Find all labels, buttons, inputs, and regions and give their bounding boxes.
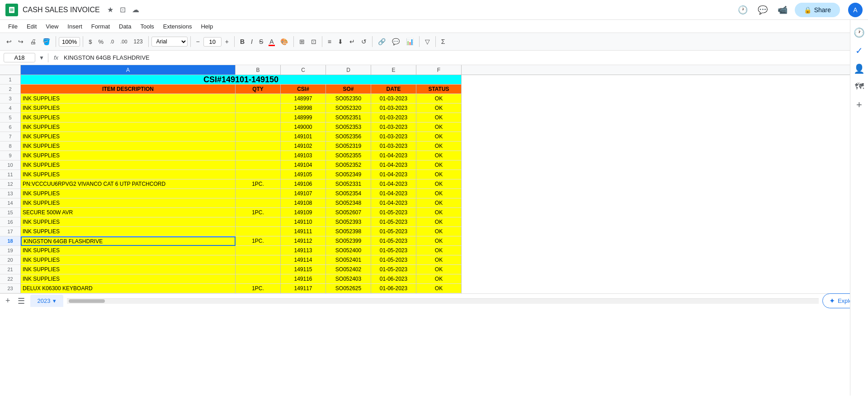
cell-desc-21[interactable]: INK SUPPLIES (21, 265, 236, 274)
cell-date-16[interactable]: 01-05-2023 (371, 217, 416, 227)
cell-qty-8[interactable] (236, 141, 281, 151)
cell-status-8[interactable]: OK (416, 141, 462, 151)
cell-desc-10[interactable]: INK SUPPLIES (21, 160, 236, 170)
sidebar-icon-add[interactable]: + (854, 97, 864, 113)
cell-date-3[interactable]: 01-03-2023 (371, 94, 416, 104)
cell-date-9[interactable]: 01-04-2023 (371, 151, 416, 160)
cell-desc-6[interactable]: INK SUPPLIES (21, 123, 236, 132)
cell-qty-14[interactable] (236, 198, 281, 208)
cell-qty-9[interactable] (236, 151, 281, 160)
cell-csi-20[interactable]: 149114 (281, 255, 326, 265)
cell-desc-15[interactable]: SECURE 500W AVR (21, 208, 236, 217)
cell-date-8[interactable]: 01-03-2023 (371, 141, 416, 151)
cell-date-23[interactable]: 01-06-2023 (371, 284, 416, 293)
cell-qty-5[interactable] (236, 113, 281, 123)
comment-button[interactable]: 💬 (755, 2, 770, 18)
comment-insert-button[interactable]: 💬 (389, 36, 402, 47)
cell-csi-22[interactable]: 149116 (281, 274, 326, 284)
cell-date-22[interactable]: 01-06-2023 (371, 274, 416, 284)
drive-icon[interactable]: ⊡ (120, 5, 126, 14)
cell-csi-16[interactable]: 149110 (281, 217, 326, 227)
cell-csi-4[interactable]: 148998 (281, 104, 326, 113)
header-desc[interactable]: ITEM DESCRIPTION (21, 85, 236, 94)
cell-qty-7[interactable] (236, 132, 281, 141)
cell-desc-20[interactable]: INK SUPPLIES (21, 255, 236, 265)
cell-desc-22[interactable]: INK SUPPLIES (21, 274, 236, 284)
cell-qty-10[interactable] (236, 160, 281, 170)
cell-desc-18[interactable]: KINGSTON 64GB FLASHDRIVE (21, 236, 236, 246)
cell-so-10[interactable]: SO052352 (326, 160, 371, 170)
hscroll-thumb[interactable] (69, 299, 105, 303)
title-cell[interactable]: CSI#149101-149150 (21, 75, 462, 85)
cell-qty-23[interactable]: 1PC. (236, 284, 281, 293)
cell-so-21[interactable]: SO052402 (326, 265, 371, 274)
cell-qty-13[interactable] (236, 189, 281, 198)
cell-date-11[interactable]: 01-04-2023 (371, 170, 416, 179)
cell-csi-9[interactable]: 149103 (281, 151, 326, 160)
cell-desc-13[interactable]: INK SUPPLIES (21, 189, 236, 198)
cell-desc-7[interactable]: INK SUPPLIES (21, 132, 236, 141)
cell-status-21[interactable]: OK (416, 265, 462, 274)
cell-date-5[interactable]: 01-03-2023 (371, 113, 416, 123)
horizontal-scrollbar[interactable] (67, 298, 818, 304)
chart-button[interactable]: 📊 (403, 36, 416, 47)
cell-so-18[interactable]: SO052399 (326, 236, 371, 246)
cell-csi-8[interactable]: 149102 (281, 141, 326, 151)
font-size-input[interactable] (203, 37, 222, 47)
header-so[interactable]: SO# (326, 85, 371, 94)
cell-qty-17[interactable] (236, 227, 281, 236)
menu-file[interactable]: File (4, 21, 22, 32)
menu-help[interactable]: Help (196, 21, 217, 32)
cell-desc-12[interactable]: PN:VCCCUU6RPVG2 VIVANCO CAT 6 UTP PATCHC… (21, 179, 236, 189)
cell-so-22[interactable]: SO052403 (326, 274, 371, 284)
cell-date-20[interactable]: 01-05-2023 (371, 255, 416, 265)
user-avatar[interactable]: A (848, 3, 863, 17)
cell-desc-9[interactable]: INK SUPPLIES (21, 151, 236, 160)
zoom-level[interactable]: 100% (59, 37, 80, 47)
filter-button[interactable]: ▽ (422, 36, 433, 47)
cell-desc-3[interactable]: INK SUPPLIES (21, 94, 236, 104)
cell-date-10[interactable]: 01-04-2023 (371, 160, 416, 170)
cell-so-12[interactable]: SO052331 (326, 179, 371, 189)
sidebar-icon-history[interactable]: 🕐 (852, 25, 867, 40)
cell-qty-15[interactable]: 1PC. (236, 208, 281, 217)
cell-status-3[interactable]: OK (416, 94, 462, 104)
cell-csi-23[interactable]: 149117 (281, 284, 326, 293)
cell-so-8[interactable]: SO052319 (326, 141, 371, 151)
cell-status-16[interactable]: OK (416, 217, 462, 227)
cell-date-17[interactable]: 01-05-2023 (371, 227, 416, 236)
cell-qty-11[interactable] (236, 170, 281, 179)
header-qty[interactable]: QTY (236, 85, 281, 94)
cell-so-9[interactable]: SO052355 (326, 151, 371, 160)
cell-status-4[interactable]: OK (416, 104, 462, 113)
cell-date-21[interactable]: 01-05-2023 (371, 265, 416, 274)
decimal-dec-button[interactable]: .0 (107, 37, 117, 46)
merge-button[interactable]: ⊡ (308, 36, 319, 47)
cell-so-15[interactable]: SO052607 (326, 208, 371, 217)
cell-csi-7[interactable]: 149101 (281, 132, 326, 141)
cell-status-6[interactable]: OK (416, 123, 462, 132)
cell-qty-19[interactable] (236, 246, 281, 255)
cell-status-23[interactable]: OK (416, 284, 462, 293)
cell-status-15[interactable]: OK (416, 208, 462, 217)
halign-button[interactable]: ≡ (325, 36, 334, 47)
sheet-tab-dropdown[interactable]: ▾ (53, 297, 56, 304)
cell-so-16[interactable]: SO052393 (326, 217, 371, 227)
cell-date-12[interactable]: 01-04-2023 (371, 179, 416, 189)
cell-so-11[interactable]: SO052349 (326, 170, 371, 179)
wrap-button[interactable]: ↵ (347, 36, 358, 47)
font-size-dec-button[interactable]: − (193, 36, 203, 47)
cell-csi-6[interactable]: 149000 (281, 123, 326, 132)
function-button[interactable]: Σ (439, 36, 448, 47)
cell-so-13[interactable]: SO052354 (326, 189, 371, 198)
cell-status-9[interactable]: OK (416, 151, 462, 160)
paintformat-button[interactable]: 🪣 (40, 36, 53, 47)
cell-csi-10[interactable]: 149104 (281, 160, 326, 170)
cell-csi-19[interactable]: 149113 (281, 246, 326, 255)
cell-status-11[interactable]: OK (416, 170, 462, 179)
strikethrough-button[interactable]: S (256, 36, 266, 47)
cell-csi-14[interactable]: 149108 (281, 198, 326, 208)
cell-date-4[interactable]: 01-03-2023 (371, 104, 416, 113)
cell-desc-16[interactable]: INK SUPPLIES (21, 217, 236, 227)
cell-so-5[interactable]: SO052351 (326, 113, 371, 123)
